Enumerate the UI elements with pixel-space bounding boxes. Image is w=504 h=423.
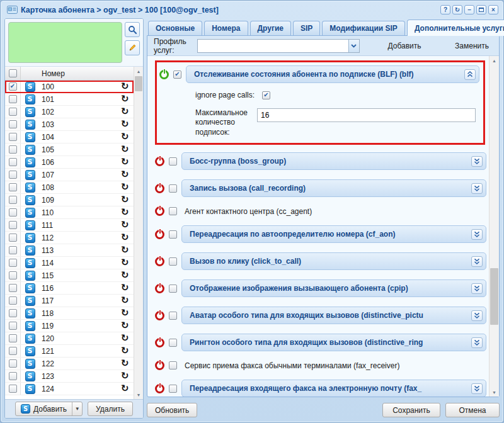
service-disabled-icon[interactable]: [155, 311, 164, 320]
edit-button[interactable]: [125, 40, 140, 55]
subscriber-row[interactable]: S 110 ↺: [5, 206, 134, 219]
subscriber-row[interactable]: S 101 ↺: [5, 93, 134, 106]
services-scrollbar-track[interactable]: [490, 65, 499, 388]
subscriber-row[interactable]: S 116 ↺: [5, 282, 134, 295]
save-button[interactable]: Сохранить: [382, 403, 440, 417]
row-checkbox[interactable]: [9, 271, 17, 279]
row-checkbox[interactable]: [9, 196, 17, 204]
service-checkbox[interactable]: [169, 285, 177, 293]
history-icon[interactable]: ↺: [121, 157, 129, 167]
subscriber-row[interactable]: S 114 ↺: [5, 257, 134, 269]
history-icon[interactable]: ↺: [121, 271, 129, 280]
subscriber-row[interactable]: S 106 ↺: [5, 156, 134, 169]
history-icon[interactable]: ↺: [121, 195, 129, 205]
service-enabled-icon[interactable]: [159, 70, 169, 79]
row-checkbox[interactable]: [9, 296, 17, 305]
services-scrollbar[interactable]: ▲ ▼: [489, 56, 499, 397]
row-checkbox[interactable]: [9, 284, 17, 292]
grid-header[interactable]: Номер: [5, 67, 134, 81]
history-icon[interactable]: ↺: [121, 82, 129, 91]
expand-button[interactable]: [471, 337, 483, 348]
row-checkbox[interactable]: [9, 133, 17, 141]
history-icon[interactable]: ↺: [121, 283, 129, 293]
blf-panel-header[interactable]: Отслеживание состояния абонента по подпи…: [186, 65, 479, 83]
subscriber-row[interactable]: S 111 ↺: [5, 219, 134, 232]
history-icon[interactable]: ↺: [121, 220, 129, 230]
minimize-button[interactable]: –: [464, 5, 474, 14]
scroll-down-icon[interactable]: ▼: [134, 390, 143, 399]
row-checkbox[interactable]: [9, 309, 17, 317]
blf-checkbox[interactable]: [173, 70, 181, 79]
service-disabled-icon[interactable]: [155, 230, 164, 239]
row-checkbox[interactable]: [9, 171, 17, 179]
subscriber-row[interactable]: S 105 ↺: [5, 144, 134, 156]
row-checkbox[interactable]: [9, 158, 17, 166]
history-icon[interactable]: ↺: [121, 245, 129, 255]
tab-4[interactable]: SIP: [293, 21, 320, 35]
expand-button[interactable]: [471, 283, 483, 294]
subscriber-row[interactable]: S 109 ↺: [5, 194, 134, 206]
history-icon[interactable]: ↺: [121, 208, 129, 217]
history-icon[interactable]: ↺: [121, 120, 129, 129]
subscriber-row[interactable]: S 120 ↺: [5, 332, 134, 345]
help-button[interactable]: ?: [440, 5, 450, 14]
delete-subscriber-button[interactable]: Удалить: [88, 402, 133, 416]
profile-combobox[interactable]: [197, 39, 360, 53]
service-checkbox[interactable]: [169, 184, 177, 193]
row-checkbox[interactable]: [9, 359, 17, 368]
history-icon[interactable]: ↺: [121, 359, 129, 368]
subscriber-row[interactable]: S 124 ↺: [5, 383, 134, 395]
row-checkbox[interactable]: [9, 347, 17, 355]
row-checkbox[interactable]: [9, 234, 17, 242]
maximize-button[interactable]: [476, 5, 486, 14]
subscriber-row[interactable]: S 113 ↺: [5, 244, 134, 257]
select-all-checkbox[interactable]: [9, 69, 17, 77]
subscriber-row[interactable]: S 115 ↺: [5, 269, 134, 282]
profile-input[interactable]: [197, 39, 360, 53]
service-panel-header[interactable]: Запись вызова (call_recording): [181, 179, 486, 197]
services-scrollbar-thumb[interactable]: [490, 268, 498, 325]
refresh-button[interactable]: ↻: [452, 5, 462, 14]
history-icon[interactable]: ↺: [121, 94, 129, 104]
service-panel-header[interactable]: Аватар особого типа для входящих вызовов…: [181, 307, 486, 324]
history-icon[interactable]: ↺: [121, 346, 129, 356]
row-checkbox[interactable]: [9, 145, 17, 154]
row-checkbox[interactable]: [9, 183, 17, 191]
tab-3[interactable]: Другие: [250, 21, 291, 35]
subscriber-row[interactable]: S 112 ↺: [5, 232, 134, 244]
service-checkbox[interactable]: [169, 230, 177, 239]
history-icon[interactable]: ↺: [121, 233, 129, 242]
service-checkbox[interactable]: [169, 361, 177, 369]
expand-button[interactable]: [471, 156, 483, 167]
add-dropdown-arrow-icon[interactable]: ▼: [72, 402, 82, 415]
service-panel-header[interactable]: Вызов по клику (click_to_call): [181, 252, 486, 270]
scrollbar-track[interactable]: [134, 76, 143, 390]
service-disabled-icon[interactable]: [155, 361, 164, 370]
service-disabled-icon[interactable]: [155, 284, 164, 293]
service-panel-header[interactable]: Переадресация входящего факса на электро…: [181, 380, 486, 397]
service-checkbox[interactable]: [169, 157, 177, 166]
subscriber-row[interactable]: S 103 ↺: [5, 118, 134, 131]
history-icon[interactable]: ↺: [121, 145, 129, 154]
service-disabled-icon[interactable]: [155, 257, 164, 266]
numbers-scrollbar[interactable]: ▲ ▼: [134, 67, 143, 399]
history-icon[interactable]: ↺: [121, 384, 129, 393]
history-icon[interactable]: ↺: [121, 183, 129, 192]
row-checkbox[interactable]: [9, 322, 17, 330]
history-icon[interactable]: ↺: [121, 371, 129, 381]
subscriber-row[interactable]: S 118 ↺: [5, 307, 134, 320]
service-checkbox[interactable]: [169, 339, 177, 347]
subscriber-row[interactable]: S 108 ↺: [5, 181, 134, 194]
history-icon[interactable]: ↺: [121, 170, 129, 179]
tab-5[interactable]: Модификации SIP: [322, 21, 405, 35]
expand-button[interactable]: [471, 256, 483, 267]
profile-replace-button[interactable]: Заменить: [451, 40, 493, 52]
service-disabled-icon[interactable]: [155, 157, 164, 166]
service-checkbox[interactable]: [169, 207, 177, 215]
row-checkbox[interactable]: [9, 108, 17, 116]
row-checkbox[interactable]: [9, 334, 17, 342]
subscriber-row[interactable]: S 107 ↺: [5, 169, 134, 181]
service-disabled-icon[interactable]: [155, 338, 164, 347]
service-checkbox[interactable]: [169, 312, 177, 320]
subscriber-row[interactable]: S 123 ↺: [5, 370, 134, 383]
